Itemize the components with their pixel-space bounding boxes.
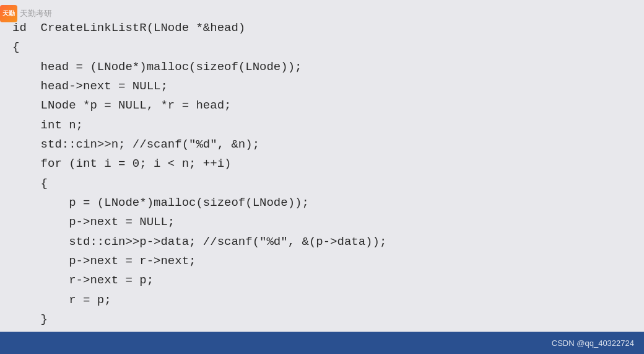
code-line: {	[12, 38, 632, 57]
code-line: head->next = NULL;	[12, 77, 632, 96]
code-line: {	[12, 174, 632, 193]
code-line: p->next = r->next;	[12, 252, 632, 271]
code-line: p->next = NULL;	[12, 213, 632, 232]
code-line: id CreateLinkListR(LNode *&head)	[12, 19, 632, 38]
code-line: for (int i = 0; i < n; ++i)	[12, 154, 632, 174]
code-line: r->next = p;	[12, 271, 632, 290]
code-line: std::cin>>n; //scanf("%d", &n);	[12, 135, 632, 154]
code-block: id CreateLinkListR(LNode *&head){ head =…	[12, 19, 632, 349]
code-line: head = (LNode*)malloc(sizeof(LNode));	[12, 58, 632, 77]
watermark-logo: 天勤	[0, 5, 17, 22]
watermark-text: 天勤考研	[20, 8, 52, 19]
code-line: r = p;	[12, 291, 632, 310]
code-line: p = (LNode*)malloc(sizeof(LNode));	[12, 193, 632, 213]
code-line: }	[12, 310, 632, 329]
watermark: 天勤 天勤考研	[0, 5, 52, 22]
code-container: 天勤 天勤考研 id CreateLinkListR(LNode *&head)…	[0, 0, 644, 354]
csdn-watermark: CSDN @qq_40322724	[552, 339, 634, 348]
code-line: LNode *p = NULL, *r = head;	[12, 96, 632, 115]
bottom-bar: CSDN @qq_40322724	[0, 332, 644, 354]
code-line: std::cin>>p->data; //scanf("%d", &(p->da…	[12, 232, 632, 252]
code-line: int n;	[12, 116, 632, 135]
